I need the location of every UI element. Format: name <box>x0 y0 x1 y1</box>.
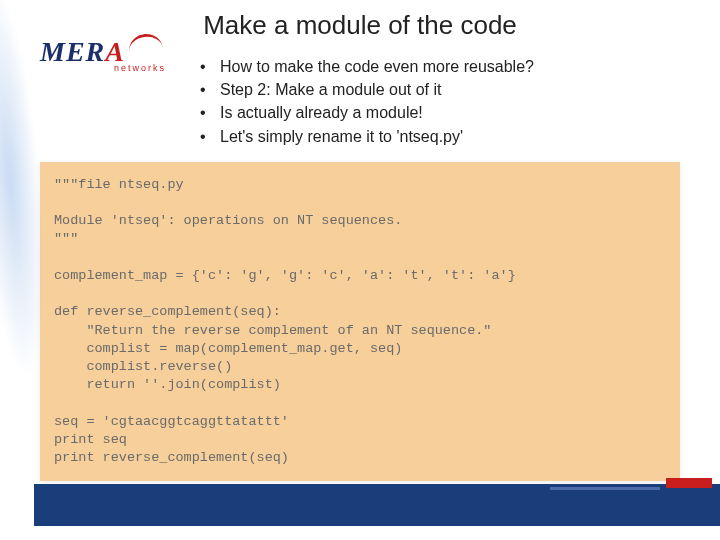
bullet-item: Is actually already a module! <box>200 101 720 124</box>
bullet-list: How to make the code even more reusable?… <box>200 55 720 148</box>
footer-red-accent <box>666 478 712 488</box>
footer-blue-bar <box>34 484 720 526</box>
footer-bar <box>0 484 720 526</box>
bullet-item: Step 2: Make a module out of it <box>200 78 720 101</box>
logo-word-pre: MER <box>40 36 105 67</box>
brand-logo: MERA networks <box>40 38 170 88</box>
bullet-item: Let's simply rename it to 'ntseq.py' <box>200 125 720 148</box>
footer-stripe <box>550 487 660 490</box>
bullet-item: How to make the code even more reusable? <box>200 55 720 78</box>
code-block: """file ntseq.py Module 'ntseq': operati… <box>40 162 680 482</box>
